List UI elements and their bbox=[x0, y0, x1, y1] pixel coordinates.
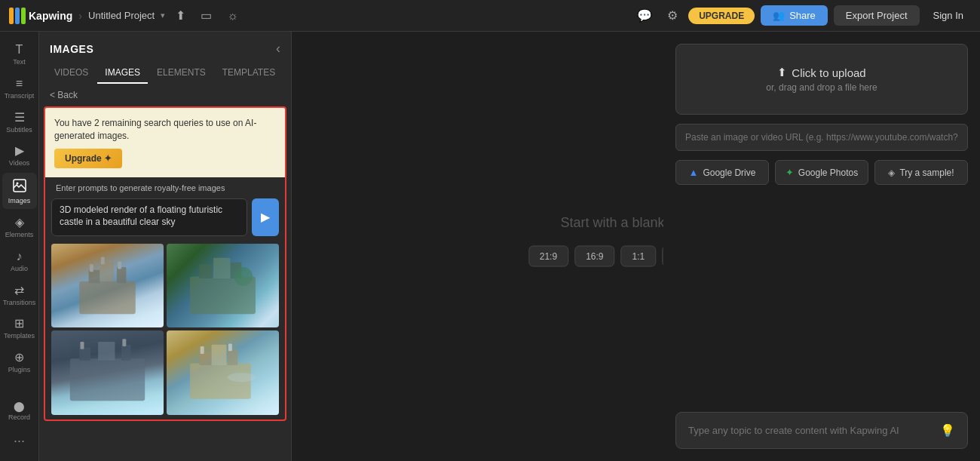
search-label: Enter prompts to generate royalty-free i… bbox=[45, 177, 285, 195]
sidebar-label-record: Record bbox=[8, 413, 30, 422]
svg-rect-2 bbox=[79, 281, 136, 313]
tab-templates[interactable]: TEMPLATES bbox=[215, 63, 283, 84]
tab-elements[interactable]: ELEMENTS bbox=[149, 63, 213, 84]
upload-icon: ⬆ bbox=[777, 66, 787, 79]
google-photos-icon: ✦ bbox=[786, 167, 794, 178]
google-photos-button[interactable]: ✦ Google Photos bbox=[775, 160, 868, 185]
elements-icon: ◈ bbox=[15, 217, 24, 229]
main-layout: T Text ≡ Transcript ☰ Subtitles ▶ Videos… bbox=[0, 32, 980, 461]
image-grid bbox=[45, 239, 285, 420]
sidebar-item-subtitles[interactable]: ☰ Subtitles bbox=[2, 106, 37, 138]
svg-rect-15 bbox=[79, 348, 90, 361]
sidebar-item-transcript[interactable]: ≡ Transcript bbox=[2, 72, 37, 104]
text-icon: T bbox=[16, 44, 23, 56]
audio-icon: ♪ bbox=[17, 250, 23, 263]
google-drive-label: Google Drive bbox=[703, 167, 755, 178]
transitions-icon: ⇄ bbox=[14, 284, 24, 297]
screen-btn[interactable]: ▭ bbox=[196, 5, 216, 26]
svg-rect-10 bbox=[199, 264, 212, 278]
svg-rect-21 bbox=[199, 352, 211, 365]
url-input[interactable] bbox=[675, 124, 968, 151]
image-result-2[interactable] bbox=[167, 244, 279, 328]
highlighted-panel-content: You have 2 remaining search queries to u… bbox=[44, 106, 286, 421]
tab-images[interactable]: IMAGES bbox=[97, 63, 148, 84]
try-sample-button[interactable]: ◈ Try a sample! bbox=[874, 160, 968, 185]
panel-header: IMAGES ‹ bbox=[39, 32, 291, 57]
sidebar-item-plugins[interactable]: ⊕ Plugins bbox=[2, 346, 37, 378]
logo-icon bbox=[9, 8, 26, 24]
sidebar-item-text[interactable]: T Text bbox=[2, 38, 37, 70]
signin-button[interactable]: Sign In bbox=[926, 5, 971, 26]
share-label: Share bbox=[789, 10, 816, 21]
svg-rect-3 bbox=[89, 269, 100, 282]
svg-rect-19 bbox=[122, 340, 126, 347]
sidebar-item-transitions[interactable]: ⇄ Transitions bbox=[2, 278, 37, 311]
tab-videos[interactable]: VIDEOS bbox=[47, 63, 96, 84]
share-button[interactable]: 👥 Share bbox=[761, 5, 828, 26]
settings-btn[interactable]: ⚙ bbox=[663, 5, 682, 26]
svg-point-13 bbox=[234, 267, 253, 286]
svg-rect-17 bbox=[98, 342, 115, 361]
sidebar-item-record[interactable]: ⬤ Record bbox=[2, 395, 37, 426]
image-result-3[interactable] bbox=[51, 330, 164, 415]
plugins-icon: ⊕ bbox=[14, 352, 24, 364]
svg-rect-24 bbox=[201, 346, 204, 354]
upload-title-text: Click to upload bbox=[792, 66, 865, 79]
upload-nav-btn[interactable]: ⬆ bbox=[171, 5, 190, 26]
ai-input-area: 💡 bbox=[675, 412, 968, 449]
sidebar-item-images[interactable]: Images bbox=[2, 173, 37, 209]
search-go-button[interactable]: ▶ bbox=[252, 198, 279, 236]
transcript-icon: ≡ bbox=[16, 78, 23, 90]
upgrade-notice: You have 2 remaining search queries to u… bbox=[45, 108, 285, 177]
google-drive-button[interactable]: ▲ Google Drive bbox=[675, 160, 769, 185]
panel-tabs: VIDEOS IMAGES ELEMENTS TEMPLATES bbox=[39, 57, 291, 84]
brand-name: Kapwing bbox=[29, 10, 72, 22]
search-input[interactable]: 3D modeled render of a floating futurist… bbox=[60, 204, 239, 231]
sidebar-label-templates: Templates bbox=[4, 332, 35, 340]
search-row: 3D modeled render of a floating futurist… bbox=[45, 195, 285, 239]
upgrade-button[interactable]: UPGRADE bbox=[688, 8, 755, 24]
sun-icon-btn[interactable]: ☼ bbox=[222, 6, 243, 26]
aspect-1-1[interactable]: 1:1 bbox=[620, 245, 656, 266]
svg-point-26 bbox=[228, 373, 256, 382]
sidebar-label-videos: Videos bbox=[9, 159, 29, 167]
panel-title: IMAGES bbox=[50, 43, 93, 55]
svg-rect-22 bbox=[228, 349, 238, 365]
svg-rect-14 bbox=[70, 359, 145, 401]
svg-rect-6 bbox=[90, 264, 93, 272]
sidebar-label-elements: Elements bbox=[5, 231, 34, 239]
upload-area[interactable]: ⬆ Click to upload or, drag and drop a fi… bbox=[675, 44, 968, 115]
project-name[interactable]: Untitled Project bbox=[88, 10, 155, 21]
svg-rect-4 bbox=[117, 267, 126, 283]
right-content-panel: ⬆ Click to upload or, drag and drop a fi… bbox=[663, 32, 980, 461]
svg-rect-18 bbox=[80, 342, 84, 349]
sidebar-item-audio[interactable]: ♪ Audio bbox=[2, 244, 37, 277]
sidebar-item-elements[interactable]: ◈ Elements bbox=[2, 211, 37, 243]
nav-separator: › bbox=[78, 10, 82, 22]
upload-subtitle: or, drag and drop a file here bbox=[688, 82, 955, 93]
aspect-21-9[interactable]: 21:9 bbox=[528, 245, 568, 266]
export-button[interactable]: Export Project bbox=[834, 5, 920, 26]
logo-bar-2 bbox=[15, 8, 20, 24]
top-nav: Kapwing › Untitled Project ▾ ⬆ ▭ ☼ 💬 ⚙ U… bbox=[0, 0, 980, 32]
image-result-1[interactable] bbox=[51, 244, 164, 328]
image-result-4[interactable] bbox=[167, 330, 279, 415]
sidebar-item-videos[interactable]: ▶ Videos bbox=[2, 139, 37, 171]
ai-input[interactable] bbox=[688, 425, 934, 436]
svg-rect-16 bbox=[121, 345, 130, 361]
comment-btn[interactable]: 💬 bbox=[632, 5, 657, 26]
sample-icon: ◈ bbox=[888, 167, 895, 178]
panel-collapse-button[interactable]: ‹ bbox=[276, 41, 280, 57]
project-chevron-icon[interactable]: ▾ bbox=[161, 11, 165, 20]
back-link[interactable]: < Back bbox=[39, 84, 291, 106]
videos-icon: ▶ bbox=[15, 145, 24, 157]
upgrade-notice-button[interactable]: Upgrade ✦ bbox=[54, 149, 122, 168]
upload-title: ⬆ Click to upload bbox=[688, 66, 955, 79]
sidebar-label-subtitles: Subtitles bbox=[6, 126, 32, 134]
share-icon: 👥 bbox=[773, 10, 785, 21]
sidebar-item-templates[interactable]: ⊞ Templates bbox=[2, 312, 37, 344]
more-options-icon[interactable]: ··· bbox=[8, 427, 31, 455]
logo[interactable]: Kapwing bbox=[9, 8, 72, 24]
sidebar-label-images: Images bbox=[8, 197, 31, 205]
aspect-16-9[interactable]: 16:9 bbox=[574, 245, 614, 266]
